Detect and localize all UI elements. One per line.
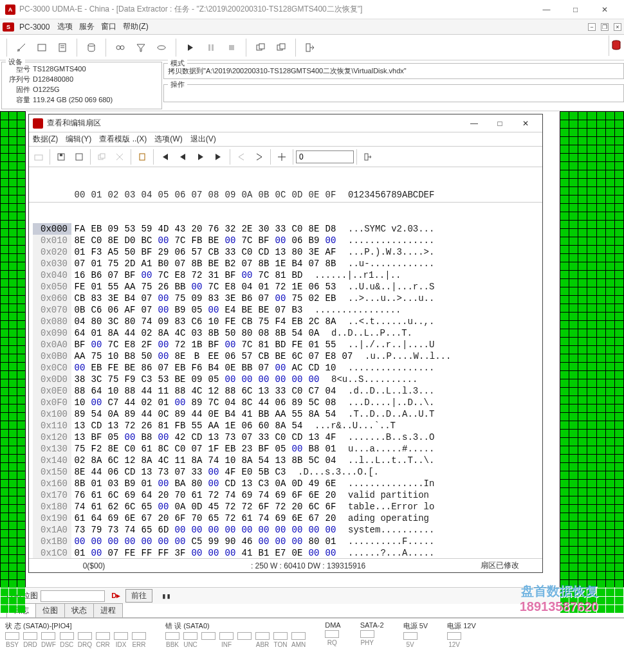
tab-bitmap[interactable]: 位图 bbox=[35, 603, 65, 617]
info-panels: 设备 型号TS128GMTS400 序列号D128480080 固件O1225G… bbox=[0, 60, 624, 111]
step-prev-icon[interactable] bbox=[233, 149, 250, 165]
go-button[interactable]: 前往 bbox=[125, 589, 152, 603]
lba-input[interactable] bbox=[41, 590, 105, 602]
hex-row[interactable]: 0x0108EC08ED0BC007CFBBE007CBF0006B900...… bbox=[33, 235, 538, 246]
sub-close-button[interactable]: ✕ bbox=[513, 114, 538, 132]
menu-options[interactable]: 选项 bbox=[57, 21, 73, 32]
hex-row[interactable]: 0x0D0383C75F9C353BE09050000000000008<u..… bbox=[33, 374, 538, 385]
svg-rect-17 bbox=[35, 155, 42, 160]
svg-point-7 bbox=[120, 46, 124, 50]
tab-status[interactable]: 状态 bbox=[64, 603, 94, 617]
sub-minimize-button[interactable]: — bbox=[461, 114, 487, 132]
hex-row[interactable]: 0x08004803C80740983C610FECB75F4EB2C8A..<… bbox=[33, 316, 538, 327]
hex-row[interactable]: 0x02001F3A550BF290657CB33C0CD13803EAF...… bbox=[33, 246, 538, 258]
grid-icon[interactable] bbox=[273, 149, 290, 165]
db-icon[interactable] bbox=[610, 39, 623, 52]
tools-icon[interactable] bbox=[12, 39, 30, 57]
log-icon[interactable] bbox=[53, 39, 71, 57]
hex-row[interactable]: 0x11013CD13722681FB55AA1E06608A54...r&..… bbox=[33, 420, 538, 431]
mdi-minimize-icon[interactable]: − bbox=[588, 23, 596, 31]
hex-row[interactable]: 0x1807461626C65000A0D4572726F72206C6Ftab… bbox=[33, 501, 538, 513]
exit-icon[interactable] bbox=[301, 39, 319, 57]
window-titlebar: A PC-3000 UDMA-E - China - [Data Extract… bbox=[0, 0, 624, 19]
sub-menubar: 数据(Z) 编辑(Y) 查看模版 ..(X) 选项(W) 退出(V) bbox=[29, 132, 542, 147]
hex-row[interactable]: 0x050FE0155AA7526BB007CE80401721E0653..U… bbox=[33, 281, 538, 293]
menu-window[interactable]: 窗口 bbox=[101, 21, 116, 32]
hex-row[interactable]: 0x13075F28EC0618CC0071FEB23BF0500B801u..… bbox=[33, 443, 538, 455]
led-unc: UNC bbox=[183, 632, 197, 648]
status-group: 电源 5V5V bbox=[403, 621, 428, 648]
funnel-icon[interactable] bbox=[132, 39, 150, 57]
status-group-title: 状 态 (SATA0)-[PIO4] bbox=[5, 621, 146, 631]
svg-rect-23 bbox=[140, 154, 145, 160]
saveas-icon[interactable] bbox=[71, 149, 87, 165]
hex-row[interactable]: 0x17076616C696420706172746974696F6E20val… bbox=[33, 489, 538, 501]
hex-row[interactable]: 0x0700BC606AF0700B90500E4BEBE07B3.......… bbox=[33, 304, 538, 316]
svg-point-5 bbox=[88, 44, 95, 46]
hex-row[interactable]: 0x0E0886410884411884C12886C1333C0C704.d.… bbox=[33, 385, 538, 397]
mdi-close-icon[interactable]: × bbox=[614, 23, 621, 31]
mdi-restore-icon[interactable]: ❐ bbox=[601, 23, 609, 31]
disk-icon[interactable] bbox=[152, 39, 170, 57]
step-next-icon[interactable] bbox=[251, 149, 268, 165]
hex-row[interactable]: 0x1A073797374656D00000000000000000000sys… bbox=[33, 524, 538, 536]
hex-row[interactable]: 0x12013BF0500B80042CD13730733C0CD134F...… bbox=[33, 431, 538, 443]
hex-row[interactable]: 0x1B000000000000000C59990460000008001...… bbox=[33, 536, 538, 547]
hex-row[interactable]: 0x1508E4406CD13730733004FE05BC3.D...s.3.… bbox=[33, 466, 538, 478]
hex-row[interactable]: 0x060CB833EB407007509833EB607007502EB..>… bbox=[33, 293, 538, 304]
paste-icon[interactable] bbox=[134, 149, 151, 165]
save-icon[interactable] bbox=[53, 149, 69, 165]
menu-help[interactable]: 帮助(Z) bbox=[123, 21, 148, 32]
submenu-options[interactable]: 选项(W) bbox=[154, 134, 182, 145]
copy-icon[interactable] bbox=[93, 149, 110, 165]
hex-row[interactable]: 0x0C000EBFEBE8607EBF6B40EBB0700ACCD10...… bbox=[33, 362, 538, 374]
hex-row[interactable]: 0x1608B0103B90100BA8000CD13C30A0D496E...… bbox=[33, 478, 538, 489]
submenu-template[interactable]: 查看模版 ..(X) bbox=[99, 134, 147, 145]
submenu-exit[interactable]: 退出(V) bbox=[190, 134, 216, 145]
next-icon[interactable] bbox=[192, 149, 209, 165]
hex-row[interactable]: 0x000FAEB0953594D432076322E3033C08ED8...… bbox=[33, 223, 538, 235]
hex-row[interactable]: 0x1C0010007FEFFFF3F00000041B1E70E0000...… bbox=[33, 547, 538, 558]
status-group-title: 电源 12V bbox=[447, 621, 476, 631]
cut-icon[interactable] bbox=[111, 149, 128, 165]
first-icon[interactable] bbox=[156, 149, 173, 165]
minimize-button[interactable]: — bbox=[532, 0, 561, 19]
menu-services[interactable]: 服务 bbox=[79, 21, 95, 32]
hex-row[interactable]: 0x0A0BF007CE82F00721BBF007C81BDFE0155..|… bbox=[33, 339, 538, 350]
sub-maximize-button[interactable]: □ bbox=[487, 114, 513, 132]
hex-row[interactable]: 0x0F01000C744020100897C048C4406895C08...… bbox=[33, 397, 538, 408]
pause-icon[interactable] bbox=[202, 39, 220, 57]
play-icon[interactable] bbox=[181, 39, 199, 57]
svg-rect-22 bbox=[100, 154, 105, 158]
hex-row[interactable]: 0x0B0AA7510B850008EBEE0657CBBE6C07E807.u… bbox=[33, 350, 538, 362]
mode-fieldset: 模式 拷贝数据到"A:\2019\200200310-TS128GMTS400二… bbox=[163, 60, 624, 111]
hex-area[interactable]: 0x000000102030405060708090A0B0C0D0E0F012… bbox=[29, 167, 542, 558]
submenu-edit[interactable]: 编辑(Y) bbox=[66, 134, 91, 145]
hex-row[interactable]: 0x1906164696E67206F7065726174696E6720adi… bbox=[33, 513, 538, 524]
hex-row[interactable]: 0x04016B607BF007CE87231BF007C81BD......|… bbox=[33, 269, 538, 281]
open-icon[interactable] bbox=[30, 149, 47, 165]
maximize-button[interactable]: □ bbox=[561, 0, 590, 19]
cylinder-icon[interactable] bbox=[82, 39, 100, 57]
submenu-data[interactable]: 数据(Z) bbox=[33, 134, 58, 145]
hex-row[interactable]: 0x09064018A44028A4C038B5080088B540Ad..D.… bbox=[33, 327, 538, 339]
last-icon[interactable] bbox=[210, 149, 227, 165]
hex-row[interactable]: 0x140028A6C128A4C118A74108A54138B5C04..l… bbox=[33, 455, 538, 466]
copy2-icon[interactable] bbox=[272, 39, 290, 57]
hex-row[interactable]: 0x10089540A89440C89440EB441BBAA558A54.T.… bbox=[33, 408, 538, 420]
tab-process[interactable]: 进程 bbox=[93, 603, 123, 617]
close-button[interactable]: ✕ bbox=[590, 0, 619, 19]
hex-row[interactable]: 0x0300701752DA1B0078BBEB2078B1EB4078B..u… bbox=[33, 258, 538, 269]
device-serial-label: 序列号 bbox=[8, 74, 30, 84]
copy1-icon[interactable] bbox=[252, 39, 270, 57]
goto-input[interactable] bbox=[296, 150, 354, 163]
prev-icon[interactable] bbox=[174, 149, 191, 165]
session-icon[interactable] bbox=[33, 39, 51, 57]
stop-icon[interactable] bbox=[223, 39, 241, 57]
device-fw-label: 固件 bbox=[8, 84, 30, 95]
exit-door-icon[interactable] bbox=[360, 149, 376, 165]
svg-rect-11 bbox=[229, 45, 234, 50]
svg-rect-19 bbox=[60, 154, 62, 156]
binoculars-icon[interactable] bbox=[111, 39, 129, 57]
window-title: PC-3000 UDMA-E - China - [Data Extractor… bbox=[19, 4, 532, 15]
